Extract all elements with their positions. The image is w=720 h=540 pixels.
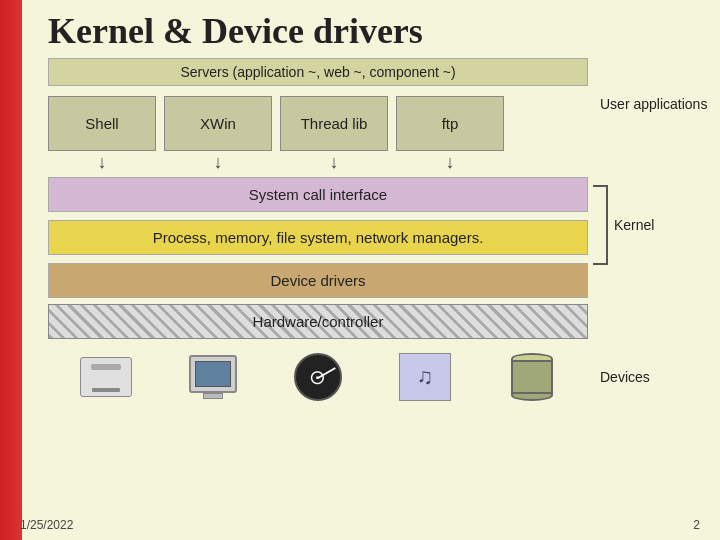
app-box-ftp: ftp bbox=[396, 96, 504, 151]
arrows-row: ↓ ↓ ↓ ↓ bbox=[48, 151, 588, 173]
app-box-xwin: XWin bbox=[164, 96, 272, 151]
app-box-threadlib: Thread lib bbox=[280, 96, 388, 151]
device-icons: ⊙ ♫ bbox=[48, 349, 588, 405]
dashboard-icon: ⊙ bbox=[294, 353, 342, 401]
monitor-icon bbox=[189, 355, 237, 399]
film-icon: ♫ bbox=[399, 353, 451, 401]
monitor-screen bbox=[195, 361, 231, 387]
film-body: ♫ bbox=[399, 353, 451, 401]
monitor-body bbox=[189, 355, 237, 393]
footer-date: 1/25/2022 bbox=[20, 518, 73, 532]
db-body-wrap bbox=[508, 353, 556, 401]
footer-page: 2 bbox=[693, 518, 700, 532]
slide-title: Kernel & Device drivers bbox=[48, 10, 700, 52]
brace-line bbox=[593, 185, 608, 265]
kernel-label: Kernel bbox=[614, 217, 654, 233]
db-top bbox=[511, 353, 553, 362]
footer: 1/25/2022 2 bbox=[20, 518, 700, 532]
app-boxes: Shell XWin Thread lib ftp bbox=[48, 96, 588, 151]
app-box-shell: Shell bbox=[48, 96, 156, 151]
database-icon bbox=[508, 353, 556, 401]
floppy-body bbox=[80, 357, 132, 397]
dashboard-body: ⊙ bbox=[294, 353, 342, 401]
floppy-slot bbox=[92, 388, 120, 392]
floppy-drive-icon bbox=[80, 357, 132, 397]
arrow-4: ↓ bbox=[396, 151, 504, 173]
right-section: Kernel bbox=[588, 177, 700, 265]
user-apps-row: Shell XWin Thread lib ftp User applicati… bbox=[48, 96, 720, 151]
devices-row: ⊙ ♫ Devices bbox=[48, 349, 720, 405]
user-applications-label: User applications bbox=[600, 96, 707, 112]
process-bar: Process, memory, file system, network ma… bbox=[48, 220, 588, 255]
kernel-brace: Kernel bbox=[593, 185, 654, 265]
left-accent-stripe bbox=[0, 0, 22, 540]
hardware-bar: Hardware/controller bbox=[48, 304, 588, 339]
main-content: System call interface Process, memory, f… bbox=[48, 177, 700, 347]
slide: Kernel & Device drivers Servers (applica… bbox=[0, 0, 720, 540]
servers-bar: Servers (application ~, web ~, component… bbox=[48, 58, 588, 86]
monitor-stand bbox=[203, 393, 223, 399]
syscall-bar: System call interface bbox=[48, 177, 588, 212]
devices-label: Devices bbox=[588, 369, 650, 385]
left-section: System call interface Process, memory, f… bbox=[48, 177, 588, 347]
device-drivers-bar: Device drivers bbox=[48, 263, 588, 298]
music-note-icon: ♫ bbox=[417, 364, 434, 390]
db-body bbox=[511, 362, 553, 393]
arrow-2: ↓ bbox=[164, 151, 272, 173]
arrow-1: ↓ bbox=[48, 151, 156, 173]
arrow-3: ↓ bbox=[280, 151, 388, 173]
